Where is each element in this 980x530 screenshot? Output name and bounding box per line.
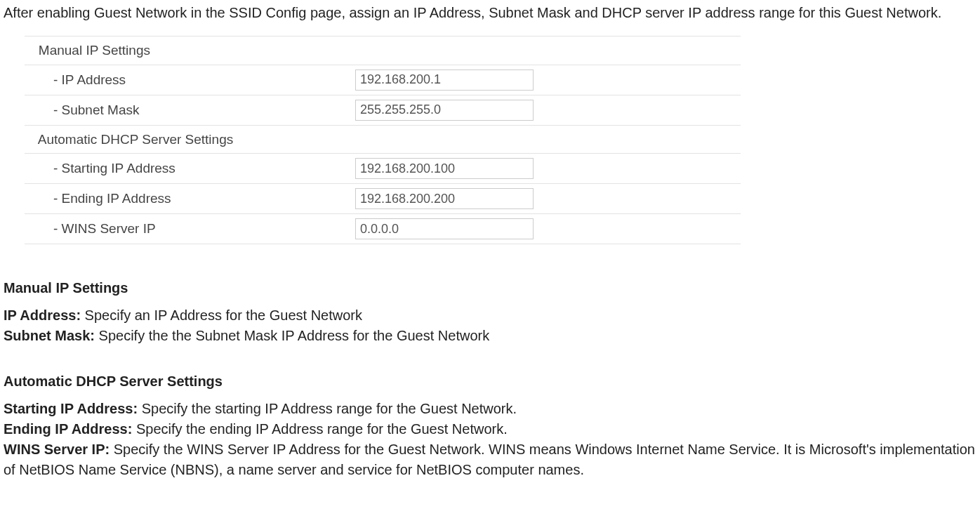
table-row: Automatic DHCP Server Settings [25, 125, 741, 154]
ending-ip-term: Ending IP Address: [4, 421, 132, 437]
ending-ip-input[interactable] [355, 188, 534, 209]
subnet-mask-label: - Subnet Mask [25, 95, 352, 125]
empty-cell [550, 125, 741, 154]
empty-cell [550, 214, 741, 244]
starting-ip-label: - Starting IP Address [25, 154, 352, 184]
dhcp-settings-header: Automatic DHCP Server Settings [25, 125, 352, 154]
table-row: - IP Address [25, 65, 741, 95]
settings-table: Manual IP Settings - IP Address - Subnet… [25, 36, 741, 244]
starting-ip-definition: Starting IP Address: Specify the startin… [4, 399, 976, 419]
empty-cell [352, 125, 550, 154]
table-row: - WINS Server IP [25, 214, 741, 244]
subnet-mask-desc: Specify the the Subnet Mask IP Address f… [95, 328, 489, 343]
wins-server-term: WINS Server IP: [4, 442, 110, 457]
subnet-mask-definition: Subnet Mask: Specify the the Subnet Mask… [4, 326, 976, 346]
intro-paragraph: After enabling Guest Network in the SSID… [4, 3, 976, 23]
table-row: - Ending IP Address [25, 184, 741, 214]
starting-ip-input[interactable] [355, 158, 534, 179]
empty-cell [550, 154, 741, 184]
table-row: Manual IP Settings [25, 37, 741, 65]
dhcp-settings-title: Automatic DHCP Server Settings [4, 371, 976, 392]
ip-address-input[interactable] [355, 69, 534, 91]
wins-server-definition: WINS Server IP: Specify the WINS Server … [4, 439, 976, 480]
ending-ip-desc: Specify the ending IP Address range for … [132, 421, 507, 437]
manual-ip-settings-header: Manual IP Settings [25, 37, 352, 65]
subnet-mask-term: Subnet Mask: [4, 328, 95, 343]
table-row: - Starting IP Address [25, 154, 741, 184]
ip-address-label: - IP Address [25, 65, 352, 95]
starting-ip-desc: Specify the starting IP Address range fo… [138, 401, 517, 416]
subnet-mask-input[interactable] [355, 100, 534, 121]
empty-cell [550, 65, 741, 95]
wins-server-input[interactable] [355, 218, 534, 239]
ip-address-desc: Specify an IP Address for the Guest Netw… [81, 307, 362, 323]
wins-server-desc: Specify the WINS Server IP Address for t… [4, 442, 975, 477]
empty-cell [352, 37, 550, 65]
ending-ip-label: - Ending IP Address [25, 184, 352, 214]
wins-server-label: - WINS Server IP [25, 214, 352, 244]
ip-address-term: IP Address: [4, 307, 81, 323]
empty-cell [550, 95, 741, 125]
ending-ip-definition: Ending IP Address: Specify the ending IP… [4, 419, 976, 439]
table-row: - Subnet Mask [25, 95, 741, 125]
starting-ip-term: Starting IP Address: [4, 401, 138, 416]
empty-cell [550, 37, 741, 65]
manual-ip-settings-title: Manual IP Settings [4, 278, 976, 298]
ip-address-definition: IP Address: Specify an IP Address for th… [4, 305, 976, 326]
empty-cell [550, 184, 741, 214]
